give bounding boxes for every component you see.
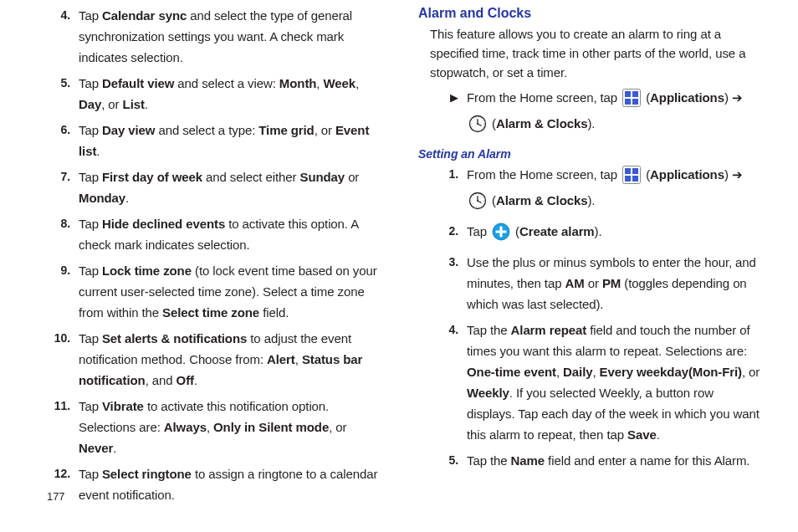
play-bullet-icon: ▶ [430, 87, 467, 108]
bold-term: Name [511, 453, 545, 468]
bold-term: Day [79, 97, 101, 111]
list-body: Tap First day of week and select either … [79, 166, 385, 208]
list-body: Tap the Alarm repeat field and touch the… [467, 320, 761, 445]
bold-term: Weekly [467, 386, 509, 400]
bold-term: Select time zone [162, 305, 259, 320]
list-body: Tap Select ringtone to assign a ringtone… [79, 463, 385, 505]
bold-term: Alarm repeat [511, 323, 587, 337]
bold-term: Alarm & Clocks [496, 193, 587, 207]
list-number: 6. [42, 120, 79, 141]
list-item: 3.Use the plus or minus symbols to enter… [430, 252, 761, 315]
list-number: 10. [42, 328, 79, 349]
list-item: 9.Tap Lock time zone (to lock event time… [42, 260, 385, 323]
section-heading: Alarm and Clocks [418, 6, 761, 21]
bold-term: First day of week [102, 170, 202, 184]
list-body: Tap Default view and select a view: Mont… [79, 73, 385, 115]
list-number: 5. [430, 450, 467, 471]
bold-term: Applications [650, 167, 724, 182]
list-body: Tap Hide declined events to activate thi… [79, 213, 385, 255]
bold-term: Vibrate [102, 399, 144, 413]
bold-term: Lock time zone [102, 263, 192, 278]
svg-rect-11 [625, 168, 631, 174]
page-number: 177 [47, 490, 64, 503]
list-body: Tap Vibrate to activate this notificatio… [79, 396, 385, 458]
bold-term: Week [323, 76, 356, 90]
list-item: 7.Tap First day of week and select eithe… [42, 166, 385, 208]
list-body: Tap Day view and select a type: Time gri… [79, 120, 385, 161]
bold-term: Default view [102, 76, 174, 90]
bold-term: Alarm & Clocks [496, 116, 587, 130]
bold-term: List [123, 97, 145, 111]
list-item: 10.Tap Set alerts & notifications to adj… [42, 328, 385, 391]
bold-term: Month [279, 76, 316, 90]
svg-rect-2 [632, 91, 638, 97]
bold-term: Monday [79, 191, 125, 205]
apps-icon [622, 166, 641, 190]
list-number: 2. [430, 221, 467, 242]
apps-icon [622, 89, 641, 113]
list-number: 3. [430, 252, 467, 273]
clock-icon [468, 115, 487, 139]
bold-term: Save [627, 427, 657, 442]
list-item: 5.Tap the Name field and enter a name fo… [430, 450, 761, 471]
bold-term: Set alerts & notifications [102, 331, 247, 345]
right-list: 1.From the Home screen, tap (Application… [430, 164, 761, 471]
list-number: 9. [42, 260, 79, 281]
bold-term: Sunday [299, 170, 345, 184]
bold-term: Calendar sync [102, 8, 187, 23]
top-step-row: ▶ From the Home screen, tap (Application… [430, 87, 761, 139]
clock-icon [468, 192, 487, 216]
list-number: 8. [42, 213, 79, 234]
svg-rect-1 [625, 91, 631, 97]
list-item: 5.Tap Default view and select a view: Mo… [42, 73, 385, 115]
left-column: 4.Tap Calendar sync and select the type … [42, 5, 385, 510]
plus-icon [492, 223, 510, 247]
list-item: 8.Tap Hide declined events to activate t… [42, 213, 385, 255]
right-column: Alarm and Clocks This feature allows you… [418, 5, 761, 510]
list-body: Use the plus or minus symbols to enter t… [467, 252, 761, 315]
svg-rect-14 [632, 176, 638, 182]
bold-term: Only in Silent mode [213, 420, 329, 434]
section-intro: This feature allows you to create an ala… [430, 24, 761, 82]
svg-rect-3 [625, 99, 631, 105]
list-body: Tap Calendar sync and select the type of… [79, 5, 385, 68]
bold-term: Daily [563, 365, 592, 379]
list-item: 6.Tap Day view and select a type: Time g… [42, 120, 385, 161]
top-step-body: From the Home screen, tap (Applications)… [467, 87, 761, 139]
list-item: 4.Tap the Alarm repeat field and touch t… [430, 320, 761, 445]
svg-rect-12 [632, 168, 638, 174]
svg-point-19 [477, 200, 478, 202]
list-item: 12.Tap Select ringtone to assign a ringt… [42, 463, 385, 505]
list-item: 1.From the Home screen, tap (Application… [430, 164, 761, 216]
bold-term: AM [565, 276, 584, 290]
bold-term: Off [176, 373, 194, 387]
bold-term: Hide declined events [102, 217, 225, 231]
bold-term: Never [79, 441, 113, 455]
bold-term: One-time event [467, 365, 556, 379]
list-item: 11.Tap Vibrate to activate this notifica… [42, 396, 385, 458]
svg-rect-13 [625, 176, 631, 182]
bold-term: PM [602, 276, 621, 290]
list-number: 11. [42, 396, 79, 417]
list-number: 1. [430, 164, 467, 185]
list-number: 12. [42, 463, 79, 484]
list-item: 4.Tap Calendar sync and select the type … [42, 5, 385, 68]
subsection-heading: Setting an Alarm [418, 147, 761, 161]
bold-term: Applications [650, 90, 724, 105]
bold-term: Select ringtone [102, 467, 192, 481]
list-body: Tap (Create alarm). [467, 221, 761, 247]
page: 4.Tap Calendar sync and select the type … [0, 0, 798, 510]
list-body: From the Home screen, tap (Applications)… [467, 164, 761, 216]
bold-term: Always [164, 420, 207, 434]
bold-term: Every weekday(Mon-Fri) [600, 365, 742, 379]
left-list: 4.Tap Calendar sync and select the type … [42, 5, 385, 505]
list-body: Tap the Name field and enter a name for … [467, 450, 761, 471]
svg-rect-4 [632, 99, 638, 105]
bold-term: Time grid [258, 123, 314, 137]
list-item: 2.Tap (Create alarm). [430, 221, 761, 247]
list-number: 4. [430, 320, 467, 340]
bold-term: Create alarm [519, 224, 595, 238]
bold-term: Day view [102, 123, 155, 137]
svg-rect-23 [495, 230, 506, 233]
list-number: 7. [42, 166, 79, 187]
